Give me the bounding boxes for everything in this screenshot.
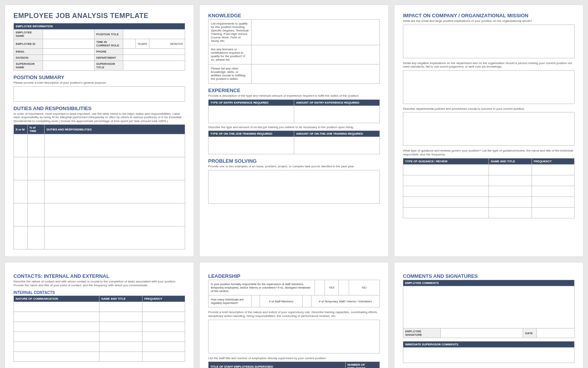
table-cell[interactable] <box>489 196 532 207</box>
table-cell[interactable] <box>294 137 380 154</box>
table-cell[interactable] <box>209 137 294 154</box>
table-cell[interactable] <box>142 342 185 351</box>
experience-desc: Provide a description of the type and mi… <box>208 94 380 98</box>
table-cell[interactable] <box>27 134 45 157</box>
table-cell[interactable] <box>45 180 185 203</box>
input-sup-title[interactable] <box>123 61 185 71</box>
knowledge-a1[interactable] <box>251 20 380 45</box>
table-cell[interactable] <box>532 164 575 175</box>
table-cell[interactable] <box>532 175 575 186</box>
table-cell[interactable] <box>209 106 294 123</box>
table-cell[interactable] <box>489 207 532 218</box>
impact-q2: Detail any negative implications on the … <box>403 61 575 69</box>
input-years[interactable] <box>123 39 135 49</box>
input-phone[interactable] <box>123 49 185 55</box>
table-cell[interactable] <box>45 226 185 249</box>
table-cell[interactable] <box>45 203 185 226</box>
table-cell[interactable] <box>99 342 142 351</box>
impact-q1: What are the small and large positive im… <box>403 19 575 23</box>
table-cell[interactable] <box>14 226 28 249</box>
position-summary-box[interactable] <box>13 86 185 102</box>
yes-label: YES <box>325 280 339 295</box>
table-cell[interactable] <box>403 186 489 196</box>
page-2: KNOWLEDGE List requirements to qualify f… <box>199 5 389 257</box>
table-cell[interactable] <box>14 351 99 361</box>
table-cell[interactable] <box>294 106 380 123</box>
page-title: EMPLOYEE JOB ANALYSIS TEMPLATE <box>13 12 185 20</box>
table-cell[interactable] <box>14 157 28 180</box>
page-1: EMPLOYEE JOB ANALYSIS TEMPLATE EMPLOYEE … <box>5 5 194 257</box>
label-email: EMAIL <box>14 49 43 55</box>
no-check[interactable] <box>338 280 349 295</box>
table-cell[interactable] <box>14 342 99 351</box>
sup-comments-box[interactable] <box>403 348 575 363</box>
emp-comments-hdr: EMPLOYEE COMMENTS <box>403 280 575 286</box>
table-cell[interactable] <box>489 186 532 196</box>
knowledge-a3[interactable] <box>251 64 380 84</box>
impact-box1[interactable] <box>403 25 575 58</box>
impact-box3[interactable] <box>403 112 575 146</box>
table-cell[interactable] <box>99 332 142 342</box>
table-cell[interactable] <box>14 332 99 342</box>
table-cell[interactable] <box>403 175 489 186</box>
gh2: NAME AND TITLE <box>489 158 532 164</box>
table-cell[interactable] <box>27 203 45 226</box>
table-cell[interactable] <box>403 207 489 218</box>
input-emp-id[interactable] <box>43 39 94 49</box>
problem-box[interactable] <box>208 170 380 204</box>
table-cell[interactable] <box>532 207 575 218</box>
knowledge-table: List requirements to qualify for this po… <box>208 19 380 84</box>
page-5: LEADERSHIP Is your position formally res… <box>199 262 389 368</box>
input-supervisor[interactable] <box>43 61 94 71</box>
table-cell[interactable] <box>14 203 28 226</box>
input-email[interactable] <box>43 49 94 55</box>
yes-check[interactable] <box>315 280 325 295</box>
experience-desc2: Describe the type and amount of on-the-j… <box>208 125 380 129</box>
table-cell[interactable] <box>532 186 575 196</box>
table-cell[interactable] <box>99 322 142 332</box>
table-cell[interactable] <box>142 332 185 342</box>
table-cell[interactable] <box>489 164 532 175</box>
input-emp-name[interactable] <box>43 30 94 39</box>
temp-count[interactable] <box>303 295 311 307</box>
table-cell[interactable] <box>14 180 28 203</box>
table-cell[interactable] <box>99 351 142 361</box>
table-cell[interactable] <box>403 164 489 175</box>
table-cell[interactable] <box>14 322 99 332</box>
table-cell[interactable] <box>14 302 99 312</box>
impact-title: IMPACT ON COMPANY / ORGANIZATIONAL MISSI… <box>403 13 575 18</box>
emp-comments-box[interactable] <box>403 286 575 328</box>
emp-comments-table: EMPLOYEE COMMENTS EMPLOYEE SIGNATURE DAT… <box>403 280 575 338</box>
table-cell[interactable] <box>27 157 45 180</box>
ch2: NAME AND TITLE <box>99 295 142 302</box>
impact-box2[interactable] <box>403 70 575 104</box>
table-cell[interactable] <box>142 322 185 332</box>
table-cell[interactable] <box>45 134 185 157</box>
emp-sig-input[interactable] <box>441 328 523 338</box>
table-cell[interactable] <box>27 180 45 203</box>
date-input[interactable] <box>537 328 574 338</box>
table-cell[interactable] <box>14 312 99 322</box>
input-pos-title[interactable] <box>123 30 185 39</box>
table-cell[interactable] <box>142 312 185 322</box>
leadership-box[interactable] <box>208 320 380 353</box>
table-cell[interactable] <box>489 175 532 186</box>
table-cell[interactable] <box>27 226 45 249</box>
table-cell[interactable] <box>142 302 185 312</box>
table-cell[interactable] <box>532 196 575 207</box>
table-cell[interactable] <box>45 157 185 180</box>
internal-contacts-table: NATURE OF COMMUNICATION NAME AND TITLE F… <box>13 295 185 362</box>
comments-title: COMMENTS AND SIGNATURES <box>403 273 575 279</box>
input-division[interactable] <box>43 55 94 61</box>
knowledge-a2[interactable] <box>251 45 380 64</box>
temp-label: # of Temporary Staff / Interns / Volunte… <box>311 295 379 307</box>
staff-count[interactable] <box>251 295 260 307</box>
leadership-desc: Provide a brief description of the natur… <box>208 310 380 318</box>
table-cell[interactable] <box>99 312 142 322</box>
table-cell[interactable] <box>14 134 28 157</box>
table-cell[interactable] <box>142 351 185 361</box>
table-cell[interactable] <box>403 196 489 207</box>
knowledge-title: KNOWLEDGE <box>208 13 380 18</box>
table-cell[interactable] <box>99 302 142 312</box>
input-department[interactable] <box>123 55 185 61</box>
